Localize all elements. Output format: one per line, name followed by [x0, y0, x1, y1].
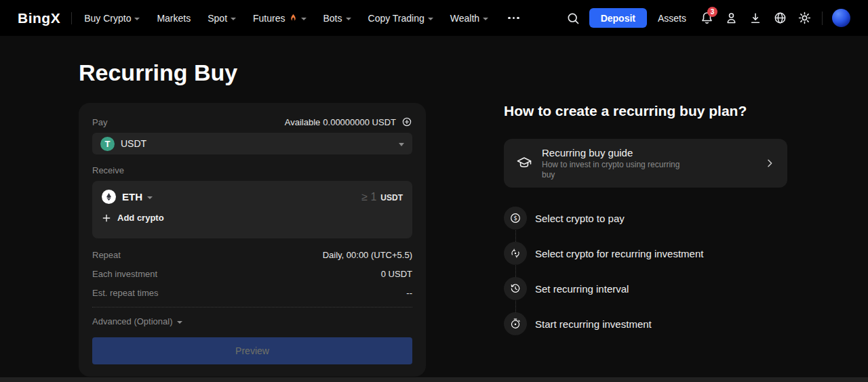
nav-item-wealth[interactable]: Wealth — [450, 13, 488, 24]
amount-input[interactable] — [322, 191, 376, 203]
nav-divider — [822, 12, 823, 25]
steps-connector-line — [515, 220, 516, 322]
history-clock-icon — [504, 277, 527, 300]
advanced-label: Advanced (Optional) — [92, 316, 173, 326]
chevron-down-icon — [483, 18, 488, 20]
chevron-right-icon — [764, 158, 775, 169]
amount-unit-label: USDT — [380, 193, 403, 203]
est-repeat-times-value: -- — [406, 288, 412, 298]
svg-text:$: $ — [513, 215, 517, 221]
guide-card-subtitle: How to invest in crypto using recurring … — [542, 160, 694, 180]
nav-item-bots[interactable]: Bots — [323, 13, 351, 24]
guide-card-title: Recurring buy guide — [542, 147, 694, 158]
notifications-bell-icon[interactable]: 3 — [694, 6, 719, 30]
pay-label: Pay — [92, 117, 107, 127]
chevron-down-icon — [134, 18, 140, 20]
theme-sun-icon[interactable] — [792, 6, 816, 30]
how-to-steps: $ Select crypto to pay Select crypto for… — [504, 207, 703, 335]
available-label: Available — [285, 117, 321, 127]
repeat-row[interactable]: Repeat Daily, 00:00 (UTC+5.5) — [92, 250, 412, 260]
nav-item-futures[interactable]: Futures — [253, 13, 306, 24]
receive-panel: ETH USDT Add crypto — [92, 181, 412, 238]
chevron-down-icon — [399, 143, 404, 146]
next-section-edge — [0, 377, 868, 382]
page-title: Recurring Buy — [79, 60, 237, 86]
step-label: Select crypto for recurring investment — [535, 248, 703, 259]
assets-link[interactable]: Assets — [658, 13, 686, 24]
nav-divider — [71, 12, 72, 24]
step-select-crypto-for-investment: Select crypto for recurring investment — [504, 242, 703, 265]
repeat-value: Daily, 00:00 (UTC+5.5) — [323, 250, 412, 260]
bingx-logo[interactable]: BingX — [18, 10, 60, 26]
download-app-icon[interactable] — [743, 6, 768, 30]
receive-label: Receive — [92, 165, 412, 175]
est-repeat-times-label: Est. repeat times — [92, 288, 159, 298]
recurring-buy-form-card: Pay Available 0.00000000 USDT T USDT Rec… — [79, 103, 426, 377]
step-label: Select crypto to pay — [535, 213, 625, 224]
preview-button[interactable]: Preview — [92, 337, 412, 364]
dollar-circle-icon: $ — [504, 207, 527, 230]
available-balance: Available 0.00000000 USDT — [285, 116, 412, 127]
chevron-down-icon[interactable] — [147, 196, 153, 199]
est-repeat-times-row: Est. repeat times -- — [92, 288, 412, 298]
nav-item-markets[interactable]: Markets — [157, 13, 191, 24]
step-start-recurring-investment: Start recurring investment — [504, 312, 703, 335]
search-icon[interactable] — [561, 6, 585, 30]
deposit-plus-icon[interactable] — [401, 116, 412, 127]
primary-nav: Buy Crypto Markets Spot Futures Bots Cop… — [84, 13, 521, 24]
nav-right-group: Deposit Assets 3 — [561, 6, 850, 30]
flame-icon — [289, 13, 298, 23]
pay-currency-label: USDT — [121, 138, 146, 149]
chevron-down-icon — [346, 18, 351, 20]
nav-item-buy-crypto[interactable]: Buy Crypto — [84, 13, 140, 24]
profile-avatar[interactable] — [832, 9, 850, 27]
guide-card-texts: Recurring buy guide How to invest in cry… — [542, 147, 694, 180]
chevron-down-icon — [301, 18, 307, 20]
plan-summary: Repeat Daily, 00:00 (UTC+5.5) Each inves… — [92, 250, 412, 298]
deposit-button[interactable]: Deposit — [589, 8, 647, 28]
account-user-icon[interactable] — [719, 6, 743, 30]
each-investment-row: Each investment 0 USDT — [92, 269, 412, 279]
step-label: Set recurring interval — [535, 283, 629, 295]
notification-count-badge: 3 — [707, 7, 717, 17]
nav-item-copy-trading[interactable]: Copy Trading — [368, 13, 433, 24]
each-investment-value: 0 USDT — [381, 269, 412, 279]
top-nav: BingX Buy Crypto Markets Spot Futures Bo… — [0, 0, 868, 36]
chevron-down-icon — [177, 321, 182, 324]
graduation-cap-icon — [516, 155, 532, 171]
eth-coin-icon — [102, 190, 116, 204]
each-investment-label: Each investment — [92, 269, 157, 279]
available-value: 0.00000000 USDT — [323, 117, 396, 127]
step-label: Start recurring investment — [535, 318, 652, 330]
guide-heading: How to create a recurring buy plan? — [504, 103, 747, 119]
plus-icon — [102, 213, 111, 223]
step-select-crypto-to-pay: $ Select crypto to pay — [504, 207, 703, 230]
amount-field-group: USDT — [322, 191, 403, 203]
usdt-coin-icon: T — [100, 137, 115, 151]
receive-currency-select[interactable]: ETH — [122, 191, 142, 203]
step-set-recurring-interval: Set recurring interval — [504, 277, 703, 300]
more-menu-button[interactable] — [505, 14, 522, 22]
advanced-options-toggle[interactable]: Advanced (Optional) — [92, 316, 412, 326]
pay-currency-select[interactable]: T USDT — [92, 133, 412, 154]
divider — [92, 307, 412, 307]
nav-item-spot[interactable]: Spot — [208, 13, 236, 24]
recurring-buy-guide-card[interactable]: Recurring buy guide How to invest in cry… — [504, 139, 787, 188]
repeat-label: Repeat — [92, 250, 121, 260]
add-crypto-label: Add crypto — [117, 213, 164, 223]
timer-icon — [504, 312, 527, 335]
chevron-down-icon — [231, 18, 236, 20]
add-crypto-button[interactable]: Add crypto — [102, 213, 403, 223]
chevron-down-icon — [428, 18, 433, 20]
language-globe-icon[interactable] — [768, 6, 792, 30]
recurring-arrows-icon — [504, 242, 527, 265]
